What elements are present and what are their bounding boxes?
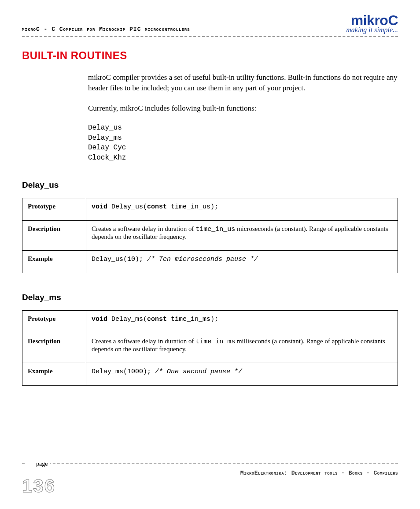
page-number: 136: [22, 476, 398, 497]
page-header: mikroC - C Compiler for Microchip PIC mi…: [22, 13, 398, 33]
prototype-code: void Delay_us(const time_in_us);: [92, 203, 218, 211]
example-code: Delay_us(10); /* Ten microseconds pause …: [92, 256, 258, 263]
example-cell: Delay_ms(1000); /* One second pause */: [86, 363, 398, 385]
row-label-description: Description: [22, 220, 86, 250]
desc-code: time_in_ms: [195, 338, 235, 346]
table-row: Example Delay_us(10); /* Ten microsecond…: [22, 250, 398, 273]
prototype-cell: void Delay_ms(const time_in_ms);: [86, 310, 398, 333]
row-label-description: Description: [22, 333, 86, 363]
prototype-code: void Delay_ms(const time_in_ms);: [92, 316, 218, 323]
keyword-const: const: [147, 316, 167, 323]
proto-text-a: Delay_us(: [107, 203, 147, 211]
example-call: Delay_us(10);: [92, 256, 147, 263]
table-row: Prototype void Delay_us(const time_in_us…: [22, 198, 398, 220]
description-cell: Creates a software delay in duration of …: [86, 333, 398, 363]
description-cell: Creates a software delay in duration of …: [86, 220, 398, 250]
table-delay-us: Prototype void Delay_us(const time_in_us…: [22, 198, 398, 273]
brand-tagline: making it simple...: [346, 26, 398, 33]
table-row: Example Delay_ms(1000); /* One second pa…: [22, 363, 398, 385]
keyword-void: void: [92, 203, 107, 211]
header-divider: [22, 36, 398, 37]
row-label-example: Example: [22, 250, 86, 273]
row-label-prototype: Prototype: [22, 310, 86, 333]
heading-delay-us: Delay_us: [22, 180, 398, 190]
proto-text-a: Delay_ms(: [107, 316, 147, 323]
keyword-const: const: [147, 203, 167, 211]
example-cell: Delay_us(10); /* Ten microseconds pause …: [86, 250, 398, 273]
table-delay-ms: Prototype void Delay_ms(const time_in_ms…: [22, 310, 398, 386]
page-label: page: [26, 461, 50, 468]
desc-text-a: Creates a software delay in duration of: [92, 338, 195, 345]
keyword-void: void: [92, 316, 107, 323]
header-left-text: mikroC - C Compiler for Microchip PIC mi…: [22, 26, 190, 33]
brand-logo: mikroC: [346, 13, 398, 27]
prototype-cell: void Delay_us(const time_in_us);: [86, 198, 398, 220]
header-right: mikroC making it simple...: [346, 13, 398, 33]
section-title: BUILT-IN ROUTINES: [22, 49, 398, 62]
proto-text-b: time_in_ms);: [167, 316, 218, 323]
table-row: Description Creates a software delay in …: [22, 220, 398, 250]
row-label-prototype: Prototype: [22, 198, 86, 220]
desc-code: time_in_us: [195, 226, 235, 233]
intro-paragraph-1: mikroC compiler provides a set of useful…: [88, 72, 398, 93]
intro-paragraph-2: Currently, mikroC includes following bui…: [88, 103, 398, 114]
example-call: Delay_ms(1000);: [92, 368, 155, 375]
example-comment: /* Ten microseconds pause */: [147, 256, 258, 263]
document-page: mikroC - C Compiler for Microchip PIC mi…: [0, 0, 420, 509]
intro-block: mikroC compiler provides a set of useful…: [88, 72, 398, 163]
function-list: Delay_us Delay_ms Delay_Cyc Clock_Khz: [88, 123, 398, 163]
heading-delay-ms: Delay_ms: [22, 293, 398, 302]
proto-text-b: time_in_us);: [167, 203, 218, 211]
row-label-example: Example: [22, 363, 86, 385]
footer-divider: [22, 463, 398, 464]
table-row: Description Creates a software delay in …: [22, 333, 398, 363]
example-comment: /* One second pause */: [155, 368, 242, 375]
example-code: Delay_ms(1000); /* One second pause */: [92, 368, 242, 375]
table-row: Prototype void Delay_ms(const time_in_ms…: [22, 310, 398, 333]
page-footer: page MikroElektronika: Development tools…: [22, 463, 398, 497]
desc-text-a: Creates a software delay in duration of: [92, 225, 195, 232]
